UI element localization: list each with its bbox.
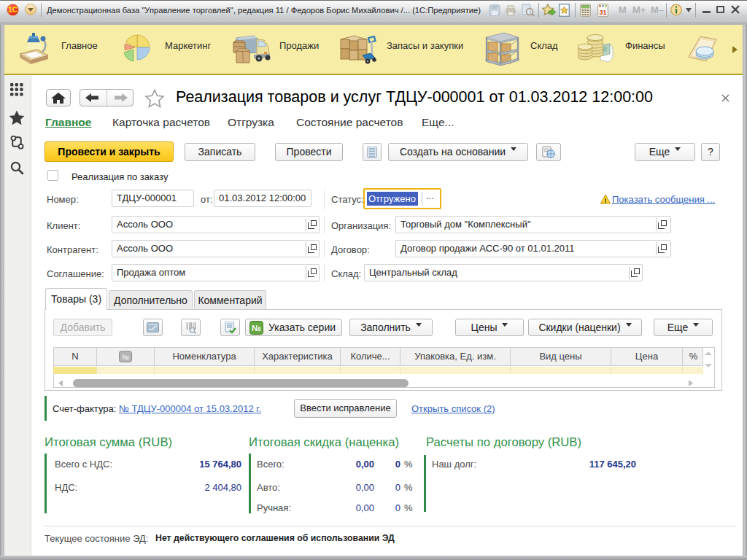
svg-text:31: 31 [599,9,606,16]
svg-text:№: № [122,354,129,361]
svg-text:№: № [252,324,261,332]
svg-text:!: ! [605,197,607,204]
